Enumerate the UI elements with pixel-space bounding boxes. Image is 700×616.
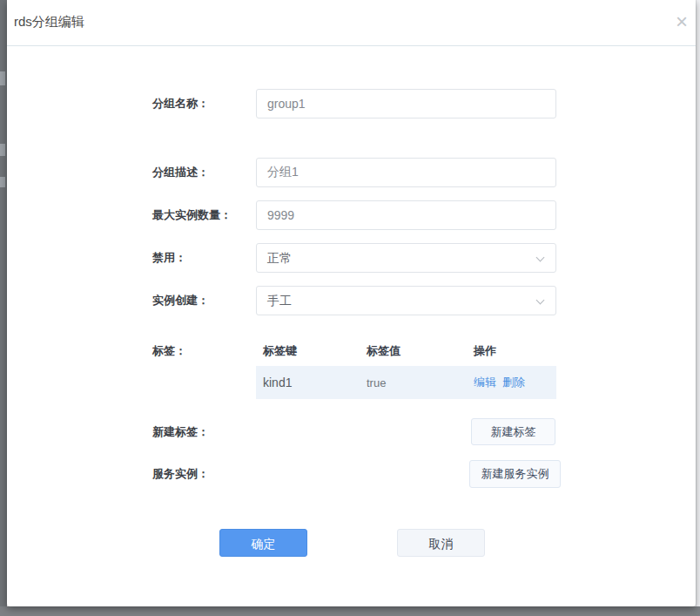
header-divider	[7, 45, 696, 46]
tag-actions-cell: 编辑 删除	[474, 375, 556, 390]
table-row: kind1 true 编辑 删除	[256, 366, 556, 399]
tag-actions-header: 操作	[474, 343, 556, 359]
close-icon[interactable]: ×	[669, 7, 695, 37]
dialog-title: rds分组编辑	[14, 14, 84, 30]
disabled-label: 禁用：	[152, 243, 261, 273]
tag-table: 标签键 标签值 操作 kind1 true 编辑 删除	[256, 335, 556, 399]
chevron-down-icon	[536, 296, 545, 305]
chevron-down-icon	[536, 254, 545, 262]
background-page-left	[0, 0, 7, 616]
background-fragment	[0, 144, 5, 156]
cancel-button[interactable]: 取消	[397, 529, 485, 557]
delete-tag-link[interactable]: 删除	[502, 375, 525, 390]
edit-tag-link[interactable]: 编辑	[474, 375, 496, 390]
service-instance-label: 服务实例：	[152, 460, 261, 488]
tag-table-header: 标签键 标签值 操作	[256, 335, 556, 366]
background-overlay-bottom	[0, 606, 700, 616]
group-name-input[interactable]	[256, 89, 556, 118]
tag-key-cell: kind1	[256, 376, 367, 389]
group-desc-label: 分组描述：	[152, 158, 261, 187]
background-fragment	[0, 177, 5, 187]
background-fragment	[0, 71, 5, 85]
confirm-button[interactable]: 确定	[219, 529, 307, 557]
instance-creation-label: 实例创建：	[152, 286, 261, 315]
group-name-label: 分组名称：	[152, 89, 261, 118]
new-tag-label: 新建标签：	[152, 418, 261, 445]
group-desc-input[interactable]	[256, 158, 556, 187]
tag-value-header: 标签值	[367, 343, 474, 359]
tag-value-cell: true	[367, 376, 474, 389]
instance-creation-select[interactable]: 手工	[256, 286, 556, 315]
background-page-right	[696, 0, 700, 606]
max-instances-input[interactable]	[256, 200, 556, 230]
instance-creation-select-value: 手工	[267, 294, 292, 308]
new-service-instance-button[interactable]: 新建服务实例	[469, 460, 561, 488]
rds-group-edit-dialog: rds分组编辑 × 分组名称： 分组描述： 最大实例数量： 禁用： 正常 实例创…	[7, 0, 696, 606]
new-tag-button[interactable]: 新建标签	[471, 418, 555, 445]
max-instances-label: 最大实例数量：	[152, 200, 261, 230]
disabled-select[interactable]: 正常	[256, 243, 556, 273]
tag-key-header: 标签键	[256, 343, 367, 359]
tags-label: 标签：	[152, 335, 261, 366]
disabled-select-value: 正常	[267, 251, 292, 265]
